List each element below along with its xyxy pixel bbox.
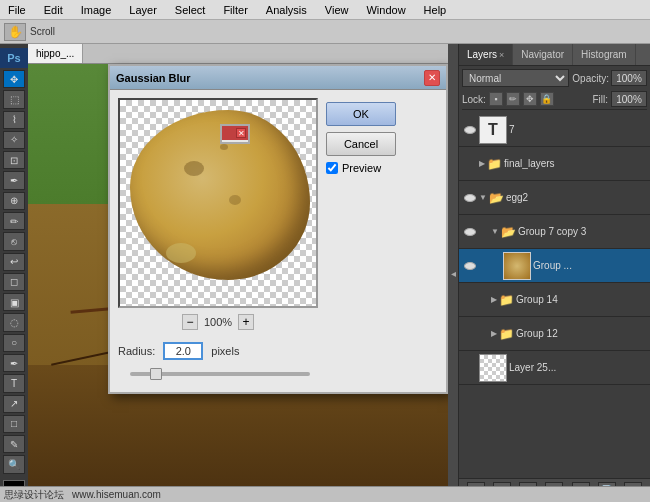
panel-collapse-arrow[interactable]: ◂ (448, 44, 458, 502)
left-toolbar: Ps ✥ ⬚ ⌇ ✧ ⊡ ✒ ⊕ ✏ ⎋ ↩ ◻ ▣ ◌ ○ ✒ T ↗ □ ✎… (0, 44, 28, 502)
history-brush[interactable]: ↩ (3, 253, 25, 271)
menu-image[interactable]: Image (77, 4, 116, 16)
magic-wand-tool[interactable]: ✧ (3, 131, 25, 149)
error-dialog[interactable]: ✕ (220, 124, 250, 144)
right-panels: Layers × Navigator Histogram Normal Opac… (458, 44, 650, 502)
radius-input[interactable]: 2.0 (163, 342, 203, 360)
healing-tool[interactable]: ⊕ (3, 192, 25, 210)
layer-visibility-group7[interactable] (463, 225, 477, 239)
menu-analysis[interactable]: Analysis (262, 4, 311, 16)
radius-row: Radius: 2.0 pixels (118, 338, 438, 364)
gaussian-blur-dialog[interactable]: Gaussian Blur ✕ (108, 64, 448, 394)
layer-item-group7copy3[interactable]: ▼ 📂 Group 7 copy 3 (459, 215, 650, 249)
layer-name-layer25: Layer 25... (509, 362, 646, 373)
navigator-tab[interactable]: Navigator (513, 44, 573, 65)
blend-mode-select[interactable]: Normal (462, 69, 569, 87)
opacity-input[interactable] (611, 70, 647, 86)
folder-icon-egg2: 📂 (489, 191, 504, 205)
folder-arrow-group14[interactable]: ▶ (491, 295, 497, 304)
layer-item-layer25[interactable]: Layer 25... (459, 351, 650, 385)
layer-thumb-text: T (479, 116, 507, 144)
zoom-in-button[interactable]: + (238, 314, 254, 330)
eraser-tool[interactable]: ◻ (3, 273, 25, 291)
blur-tool[interactable]: ◌ (3, 313, 25, 331)
layer-item-group14[interactable]: ▶ 📁 Group 14 (459, 283, 650, 317)
status-bar: 思绿设计论坛 www.hisemuan.com (0, 486, 650, 502)
layer-item-text[interactable]: T 7 (459, 113, 650, 147)
layer-thumb-group-active (503, 252, 531, 280)
menu-view[interactable]: View (321, 4, 353, 16)
layer-visibility-group-active[interactable] (463, 259, 477, 273)
dialog-content-row: − 100% + OK Cancel Preview (118, 98, 438, 330)
eyedropper-tool[interactable]: ✒ (3, 171, 25, 189)
folder-arrow-group7[interactable]: ▼ (491, 227, 499, 236)
eye-icon-egg2[interactable] (464, 194, 476, 202)
lock-position-icon[interactable]: ✥ (523, 92, 537, 106)
clone-tool[interactable]: ⎋ (3, 232, 25, 250)
folder-arrow-egg2[interactable]: ▼ (479, 193, 487, 202)
eye-icon-group7[interactable] (464, 228, 476, 236)
folder-arrow-final[interactable]: ▶ (479, 159, 485, 168)
zoom-tool[interactable]: 🔍 (3, 455, 25, 473)
lock-all-icon[interactable]: 🔒 (540, 92, 554, 106)
dialog-close-button[interactable]: ✕ (424, 70, 440, 86)
fill-input[interactable] (611, 91, 647, 107)
move-tool[interactable]: ✥ (3, 70, 25, 88)
dodge-tool[interactable]: ○ (3, 334, 25, 352)
cancel-button[interactable]: Cancel (326, 132, 396, 156)
marquee-tool[interactable]: ⬚ (3, 90, 25, 108)
layer-visibility-final[interactable] (463, 157, 477, 171)
folder-icon-group12: 📁 (499, 327, 514, 341)
shape-tool[interactable]: □ (3, 415, 25, 433)
eye-icon-text[interactable] (464, 126, 476, 134)
canvas-area: hippo_... Gaussian Blur ✕ (28, 44, 448, 502)
zoom-out-button[interactable]: − (182, 314, 198, 330)
menu-edit[interactable]: Edit (40, 4, 67, 16)
layer-item-group12[interactable]: ▶ 📁 Group 12 (459, 317, 650, 351)
layer-item-final-layers[interactable]: ▶ 📁 final_layers (459, 147, 650, 181)
notes-tool[interactable]: ✎ (3, 435, 25, 453)
text-tool[interactable]: T (3, 374, 25, 392)
crop-tool[interactable]: ⊡ (3, 151, 25, 169)
layer-item-group-active[interactable]: Group ... (459, 249, 650, 283)
layer-visibility-group14[interactable] (463, 293, 477, 307)
main-area: Ps ✥ ⬚ ⌇ ✧ ⊡ ✒ ⊕ ✏ ⎋ ↩ ◻ ▣ ◌ ○ ✒ T ↗ □ ✎… (0, 44, 650, 502)
zoom-level: 100% (204, 316, 232, 328)
menu-select[interactable]: Select (171, 4, 210, 16)
error-close-button[interactable]: ✕ (236, 128, 246, 138)
folder-arrow-group12[interactable]: ▶ (491, 329, 497, 338)
eye-icon-group-active[interactable] (464, 262, 476, 270)
path-selection[interactable]: ↗ (3, 395, 25, 413)
folder-icon-group14: 📁 (499, 293, 514, 307)
layer-visibility-text[interactable] (463, 123, 477, 137)
hand-tool-icon[interactable]: ✋ (4, 23, 26, 41)
layer-visibility-egg2[interactable] (463, 191, 477, 205)
lasso-tool[interactable]: ⌇ (3, 111, 25, 129)
menu-window[interactable]: Window (362, 4, 409, 16)
lock-transparency-icon[interactable]: ▪ (489, 92, 503, 106)
preview-checkbox-row[interactable]: Preview (326, 162, 396, 174)
menu-file[interactable]: File (4, 4, 30, 16)
layers-tab-label: Layers (467, 49, 497, 60)
layer-visibility-group12[interactable] (463, 327, 477, 341)
histogram-tab[interactable]: Histogram (573, 44, 636, 65)
toolbar-top: ✋ Scroll (0, 20, 650, 44)
fill-label: Fill: (592, 94, 608, 105)
radius-slider[interactable] (130, 372, 310, 376)
dialog-preview[interactable] (118, 98, 318, 308)
menu-help[interactable]: Help (420, 4, 451, 16)
layers-tab-close[interactable]: × (499, 50, 504, 60)
lock-pixels-icon[interactable]: ✏ (506, 92, 520, 106)
layer-visibility-layer25[interactable] (463, 361, 477, 375)
layer-item-egg2[interactable]: ▼ 📂 egg2 (459, 181, 650, 215)
menu-layer[interactable]: Layer (125, 4, 161, 16)
layers-tab[interactable]: Layers × (459, 44, 513, 65)
brush-tool[interactable]: ✏ (3, 212, 25, 230)
gradient-tool[interactable]: ▣ (3, 293, 25, 311)
canvas-tab[interactable]: hippo_... (28, 44, 83, 63)
menu-filter[interactable]: Filter (219, 4, 251, 16)
radius-slider-thumb[interactable] (150, 368, 162, 380)
ok-button[interactable]: OK (326, 102, 396, 126)
pen-tool[interactable]: ✒ (3, 354, 25, 372)
preview-checkbox[interactable] (326, 162, 338, 174)
